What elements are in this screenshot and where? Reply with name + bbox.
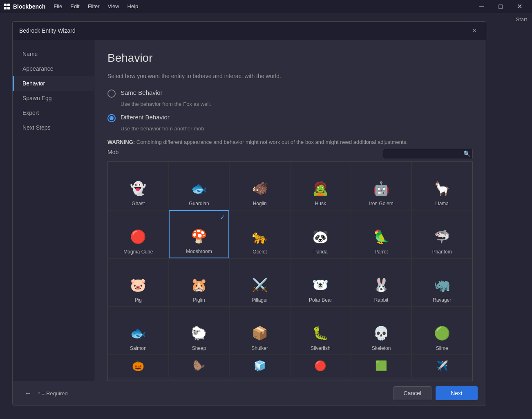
mob-cell-guardian[interactable]: ✓🐟Guardian (169, 162, 230, 210)
mob-cell-polar-bear[interactable]: ✓🐻‍❄️Polar Bear (290, 258, 351, 307)
mob-cell-mooshroom[interactable]: ✓🍄Mooshroom (169, 210, 230, 258)
back-button[interactable]: ← (21, 388, 35, 399)
menu-file[interactable]: File (50, 2, 65, 10)
mob-grid: ✓👻Ghast✓🐟Guardian✓🐗Hoglin✓🧟Husk✓🤖Iron Go… (108, 162, 472, 381)
minimize-button[interactable]: ─ (472, 0, 491, 13)
mob-cell-pillager[interactable]: ✓⚔️Pillager (229, 258, 290, 307)
mob-icon-silverfish: 🐛 (308, 321, 333, 345)
dialog-header: Bedrock Entity Wizard × (13, 22, 486, 40)
mob-cell-pig[interactable]: ✓🐷Pig (108, 258, 169, 307)
menu-view[interactable]: View (105, 2, 123, 10)
mob-cell-ghast[interactable]: ✓👻Ghast (108, 162, 169, 210)
search-input[interactable] (383, 149, 473, 159)
sidebar-item-appearance[interactable]: Appearance (13, 61, 94, 76)
same-behavior-label[interactable]: Same Behavior (121, 89, 163, 96)
mob-icon-mooshroom: 🍄 (187, 224, 211, 249)
menu-edit[interactable]: Edit (67, 2, 83, 10)
mob-icon-skeleton: 💀 (369, 321, 393, 345)
dialog-body: Name Appearance Behavior Spawn Egg Expor… (13, 40, 486, 381)
window-controls: ─ □ ✕ (472, 0, 529, 13)
mob-cell-partial-1[interactable]: 🦫 (169, 355, 230, 377)
mob-name-phantom: Phantom (432, 249, 452, 255)
maximize-button[interactable]: □ (491, 0, 510, 13)
sidebar-item-export[interactable]: Export (13, 105, 94, 120)
mob-icon-pig: 🐷 (126, 273, 150, 297)
mob-cell-salmon[interactable]: ✓🐟Salmon (108, 307, 169, 355)
same-behavior-radio[interactable] (107, 90, 116, 98)
mob-icon-partial-5: ✈️ (430, 359, 454, 374)
different-behavior-option[interactable]: Different Behavior (107, 114, 473, 122)
mob-icon-panda: 🐼 (308, 224, 333, 249)
menu-bar: File Edit Filter View Help (50, 2, 141, 10)
required-text: * = Required (38, 390, 68, 397)
close-button[interactable]: ✕ (510, 0, 529, 13)
cancel-button[interactable]: Cancel (393, 386, 432, 400)
mob-cell-partial-4[interactable]: 🟩 (351, 355, 412, 377)
mob-cell-magma-cube[interactable]: ✓🔴Magma Cube (108, 210, 169, 258)
svg-rect-2 (4, 7, 7, 9)
mob-cell-phantom[interactable]: ✓🦈Phantom (411, 210, 472, 258)
mob-cell-partial-0[interactable]: 🎃 (108, 355, 169, 377)
mob-cell-partial-5[interactable]: ✈️ (411, 355, 472, 377)
mob-icon-llama: 🦙 (430, 176, 454, 201)
mob-icon-piglin: 🐹 (187, 273, 211, 297)
app-content: Start Bedrock Entity Wizard × Name Appea… (0, 13, 532, 419)
sidebar-item-behavior[interactable]: Behavior (13, 76, 94, 91)
title-bar: Blockbench File Edit Filter View Help ─ … (0, 0, 532, 13)
warning-label: WARNING: (107, 139, 135, 145)
mob-cell-slime[interactable]: ✓🟢Slime (411, 307, 472, 355)
different-behavior-sublabel: Use the behavior from another mob. (121, 125, 473, 132)
mob-name-salmon: Salmon (130, 345, 147, 351)
mob-name-husk: Husk (315, 201, 326, 206)
sidebar: Name Appearance Behavior Spawn Egg Expor… (13, 40, 94, 381)
mob-name-ocelot: Ocelot (253, 249, 267, 255)
mob-name-mooshroom: Mooshroom (186, 249, 212, 254)
mob-cell-shulker[interactable]: ✓📦Shulker (229, 307, 290, 355)
mob-icon-hoglin: 🐗 (248, 176, 272, 201)
mob-cell-llama[interactable]: ✓🦙Llama (411, 162, 472, 210)
mob-search-row: Mob 🔍 (107, 149, 473, 159)
different-behavior-label[interactable]: Different Behavior (121, 114, 170, 121)
mob-cell-parrot[interactable]: ✓🦜Parrot (351, 210, 412, 258)
different-behavior-radio[interactable] (107, 114, 116, 122)
mob-cell-iron-golem[interactable]: ✓🤖Iron Golem (351, 162, 412, 210)
same-behavior-option[interactable]: Same Behavior (107, 89, 473, 98)
required-star: * (38, 390, 40, 397)
mob-icon-pillager: ⚔️ (248, 273, 272, 297)
mob-cell-hoglin[interactable]: ✓🐗Hoglin (229, 162, 290, 210)
mob-cell-silverfish[interactable]: ✓🐛Silverfish (290, 307, 351, 355)
mob-cell-piglin[interactable]: ✓🐹Piglin (169, 258, 230, 307)
mob-icon-ocelot: 🐆 (248, 224, 272, 249)
mob-cell-ravager[interactable]: ✓🦏Ravager (411, 258, 472, 307)
mob-cell-ocelot[interactable]: ✓🐆Ocelot (229, 210, 290, 258)
mob-icon-phantom: 🦈 (430, 224, 454, 249)
mob-name-magma-cube: Magma Cube (123, 249, 153, 255)
footer-right: Cancel Next (393, 386, 478, 400)
menu-help[interactable]: Help (124, 2, 142, 10)
mob-cell-skeleton[interactable]: ✓💀Skeleton (351, 307, 412, 355)
sidebar-item-spawn-egg[interactable]: Spawn Egg (13, 91, 94, 105)
mob-cell-sheep[interactable]: ✓🐑Sheep (169, 307, 230, 355)
search-icon[interactable]: 🔍 (463, 150, 470, 157)
mob-name-rabbit: Rabbit (374, 297, 389, 303)
svg-rect-3 (7, 7, 10, 9)
main-content: Behavior Select how you want the entity … (94, 40, 486, 381)
mob-name-pig: Pig (135, 297, 142, 303)
sidebar-item-name[interactable]: Name (13, 47, 94, 61)
mob-cell-panda[interactable]: ✓🐼Panda (290, 210, 351, 258)
page-description: Select how you want the entity to behave… (107, 73, 473, 79)
mob-cell-rabbit[interactable]: ✓🐰Rabbit (351, 258, 412, 307)
next-button[interactable]: Next (436, 386, 478, 400)
menu-filter[interactable]: Filter (85, 2, 103, 10)
sidebar-item-next-steps[interactable]: Next Steps (13, 120, 94, 135)
mob-icon-salmon: 🐟 (126, 321, 150, 345)
mob-cell-husk[interactable]: ✓🧟Husk (290, 162, 351, 210)
mob-icon-sheep: 🐑 (187, 321, 211, 345)
mob-icon-slime: 🟢 (430, 321, 454, 345)
warning-body: Combining different appearance and behav… (136, 139, 408, 145)
mob-name-parrot: Parrot (375, 249, 388, 255)
dialog-close-button[interactable]: × (469, 26, 479, 36)
mob-cell-partial-3[interactable]: 🔴 (290, 355, 351, 377)
footer-left: ← * = Required (21, 388, 68, 399)
mob-cell-partial-2[interactable]: 🧊 (229, 355, 290, 377)
